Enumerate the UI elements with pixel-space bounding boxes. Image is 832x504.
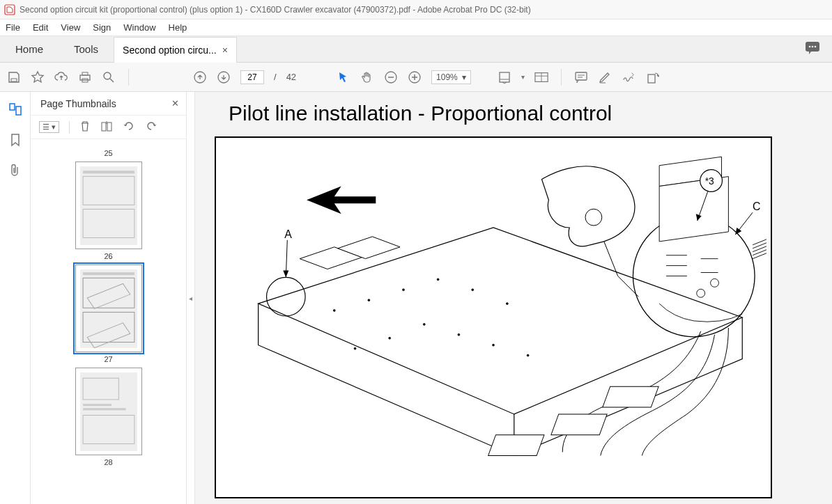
options-menu-icon[interactable]: ☰ ▾ — [39, 121, 59, 133]
print-icon[interactable] — [78, 70, 92, 84]
menu-sign[interactable]: Sign — [93, 22, 111, 33]
svg-point-9 — [104, 72, 111, 79]
tab-document-label: Second option circu... — [123, 45, 217, 56]
svg-point-43 — [527, 354, 529, 356]
close-panel-icon[interactable]: ✕ — [171, 98, 179, 109]
attachment-rail-icon[interactable] — [8, 163, 23, 178]
menubar: File Edit View Sign Window Help — [0, 19, 832, 36]
tab-home[interactable]: Home — [0, 36, 59, 62]
bookmark-rail-icon[interactable] — [8, 132, 23, 148]
svg-point-4 — [815, 46, 817, 48]
svg-rect-14 — [500, 72, 509, 82]
svg-point-49 — [711, 278, 719, 287]
fit-width-icon[interactable] — [498, 70, 511, 84]
svg-rect-19 — [16, 107, 21, 115]
svg-rect-5 — [11, 79, 17, 81]
rotate-cw-icon[interactable] — [145, 120, 157, 135]
menu-edit[interactable]: Edit — [33, 22, 48, 33]
select-tool-icon[interactable] — [337, 70, 350, 84]
svg-rect-29 — [83, 404, 111, 406]
page-total: 42 — [286, 72, 296, 82]
callout-a: A — [284, 228, 292, 240]
pdf-icon — [4, 4, 15, 15]
thumbnail-page[interactable]: 27 — [31, 265, 186, 363]
svg-point-38 — [423, 323, 425, 325]
svg-rect-52 — [551, 414, 607, 435]
delete-page-icon[interactable] — [79, 120, 91, 135]
menu-window[interactable]: Window — [123, 22, 155, 33]
collapse-handle[interactable]: ◂ — [187, 92, 195, 504]
tab-tools[interactable]: Tools — [59, 36, 114, 62]
thumbnail-label: 25 — [31, 149, 186, 157]
page-separator: / — [274, 72, 277, 82]
svg-rect-22 — [83, 171, 134, 173]
svg-point-41 — [389, 337, 391, 339]
toolbar: / 42 109% ▾ ▾ — [0, 63, 832, 92]
menu-view[interactable]: View — [61, 22, 80, 33]
svg-point-40 — [493, 344, 495, 346]
thumbnail-page[interactable]: 28 — [31, 368, 186, 466]
window-titlebar: Second option circuit kit (proportional … — [0, 0, 832, 19]
chevron-down-icon[interactable]: ▾ — [521, 73, 525, 81]
svg-point-39 — [458, 333, 460, 336]
page-title: Pilot line installation - Proportional c… — [229, 102, 832, 125]
page-display-icon[interactable] — [534, 70, 548, 84]
comment-icon[interactable] — [574, 70, 588, 84]
svg-rect-51 — [488, 435, 544, 456]
zoom-level-value: 109% — [436, 72, 458, 82]
hand-tool-icon[interactable] — [360, 70, 374, 84]
svg-point-36 — [472, 289, 474, 291]
insert-page-icon[interactable] — [100, 120, 113, 135]
svg-point-44 — [267, 277, 306, 316]
page-number-input[interactable] — [240, 70, 264, 84]
sign-icon[interactable] — [622, 70, 635, 84]
svg-rect-21 — [107, 123, 111, 131]
toolbar-separator — [128, 69, 129, 86]
svg-rect-53 — [603, 386, 658, 407]
search-icon[interactable] — [102, 70, 116, 84]
svg-point-42 — [354, 347, 356, 349]
thumbnails-header: Page Thumbnails ✕ — [31, 92, 186, 116]
menu-file[interactable]: File — [6, 22, 20, 33]
thumbnail-page[interactable]: 25 — [31, 149, 186, 157]
svg-rect-16 — [576, 72, 587, 80]
tab-close-icon[interactable]: × — [222, 45, 228, 56]
thumbnail-page[interactable]: 26 — [31, 162, 186, 260]
callout-c: C — [753, 200, 760, 212]
page-up-icon[interactable] — [193, 70, 207, 84]
svg-point-35 — [437, 278, 439, 281]
thumbnail-label: 26 — [31, 252, 186, 260]
separator — [69, 121, 70, 134]
zoom-level-select[interactable]: 109% ▾ — [431, 70, 471, 84]
thumbnails-toolbar: ☰ ▾ — [31, 116, 186, 139]
svg-point-3 — [812, 46, 814, 48]
thumbnail-label: 27 — [31, 355, 186, 363]
rotate-icon[interactable] — [645, 70, 659, 84]
technical-drawing: A — [215, 136, 772, 498]
svg-rect-6 — [80, 75, 90, 80]
menu-help[interactable]: Help — [169, 22, 187, 33]
thumbnails-rail-icon[interactable] — [8, 102, 23, 117]
svg-point-50 — [697, 289, 705, 297]
toolbar-separator — [561, 69, 562, 86]
document-viewer[interactable]: Pilot line installation - Proportional c… — [195, 92, 832, 504]
cloud-upload-icon[interactable] — [54, 70, 68, 84]
page-down-icon[interactable] — [217, 70, 231, 84]
svg-rect-23 — [83, 176, 134, 205]
svg-point-33 — [368, 299, 370, 301]
svg-rect-30 — [83, 408, 126, 410]
speech-bubble-icon[interactable] — [804, 40, 821, 58]
tab-document[interactable]: Second option circu... × — [114, 37, 237, 63]
star-icon[interactable] — [31, 70, 45, 84]
zoom-out-icon[interactable] — [384, 70, 398, 84]
svg-point-32 — [333, 310, 335, 312]
svg-rect-0 — [5, 5, 15, 15]
save-icon[interactable] — [7, 70, 21, 84]
highlight-icon[interactable] — [598, 70, 612, 84]
zoom-in-icon[interactable] — [408, 70, 422, 84]
thumbnails-list[interactable]: 25 26 27 28 — [31, 139, 186, 504]
svg-rect-24 — [83, 210, 134, 238]
svg-point-34 — [403, 289, 405, 291]
rotate-ccw-icon[interactable] — [123, 120, 135, 135]
svg-point-45 — [585, 209, 602, 226]
